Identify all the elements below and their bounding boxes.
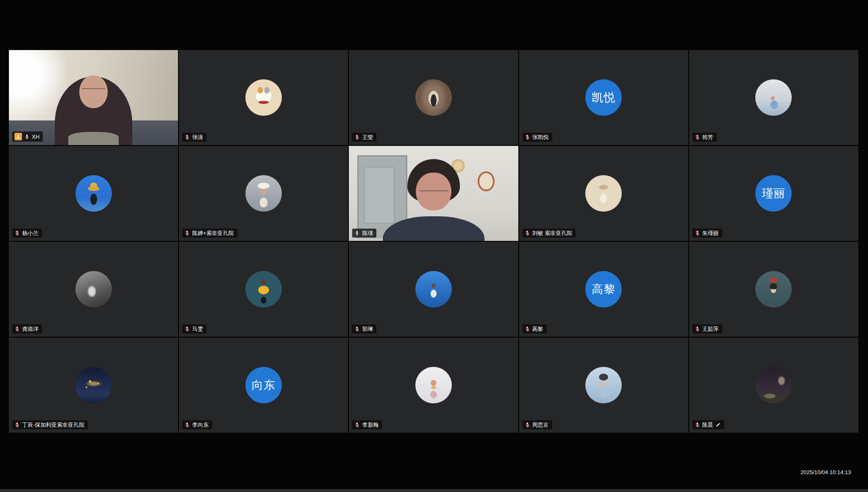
- avatar: [755, 271, 792, 308]
- door-panel: [364, 167, 395, 224]
- name-tag: 陈瑛: [352, 229, 376, 238]
- mic-muted-icon: [354, 326, 360, 332]
- participant-tile[interactable]: 向东李向东: [179, 338, 348, 433]
- name-tag: 朱瑾丽: [693, 229, 722, 238]
- avatar: [415, 367, 452, 403]
- mic-on-icon: [354, 230, 360, 236]
- mic-muted-icon: [695, 230, 700, 236]
- mic-muted-icon: [525, 422, 530, 428]
- mic-muted-icon: [184, 230, 190, 236]
- name-tag: 刘敏 索非亚孔院: [523, 229, 576, 238]
- name-tag: 龚添洋: [12, 324, 42, 333]
- participant-name: 陈瑛: [362, 230, 373, 236]
- avatar: [245, 79, 282, 116]
- rename-pencil-icon: [715, 422, 721, 428]
- mic-muted-icon: [525, 230, 530, 236]
- person-glasses: [419, 190, 448, 195]
- participant-name: 刘敏 索非亚孔院: [532, 230, 573, 236]
- participant-name: 高黎: [532, 326, 543, 332]
- mic-muted-icon: [695, 326, 700, 332]
- mic-muted-icon: [14, 230, 20, 236]
- mic-on-icon: [24, 134, 30, 140]
- participant-name: 陈婵+索非亚孔院: [192, 230, 234, 236]
- participant-name: 张凯悦: [532, 134, 549, 140]
- avatar: 向东: [245, 367, 282, 403]
- participant-name: 陈晨: [702, 422, 713, 428]
- participant-name: 张清: [192, 134, 203, 140]
- participant-name: XH: [32, 134, 39, 140]
- participant-name: 郭琳: [362, 326, 373, 332]
- name-tag: 李新梅: [352, 420, 382, 429]
- avatar-initials: 瑾丽: [762, 186, 785, 201]
- name-tag: 马雯: [182, 324, 206, 333]
- mic-muted-icon: [695, 134, 700, 140]
- participant-tile[interactable]: 王茹萍: [689, 242, 858, 337]
- name-tag: 陈婵+索非亚孔院: [182, 229, 237, 238]
- participant-tile[interactable]: 杨小兰: [9, 146, 178, 241]
- system-clock: 2025/10/04 10:14:13: [801, 469, 851, 475]
- participant-tile[interactable]: 陈晨: [689, 338, 858, 433]
- wall-clock: [478, 171, 495, 191]
- participant-tile[interactable]: 高黎高黎: [519, 242, 688, 337]
- mic-muted-icon: [14, 326, 20, 332]
- participant-name: 龚添洋: [22, 326, 39, 332]
- person-shirt: [68, 132, 119, 145]
- name-tag: 杨小兰: [12, 229, 42, 238]
- participant-tile[interactable]: XH: [9, 50, 178, 145]
- avatar-initials: 凯悦: [592, 90, 615, 105]
- participant-tile[interactable]: 陈婵+索非亚孔院: [179, 146, 348, 241]
- participant-tile[interactable]: 陈瑛: [349, 146, 518, 241]
- avatar: [75, 367, 112, 403]
- avatar: 瑾丽: [755, 175, 792, 212]
- participant-name: 朱瑾丽: [702, 230, 719, 236]
- participant-name: 王茹萍: [702, 326, 719, 332]
- participant-name: 丁辰-保加利亚索非亚孔院: [22, 422, 84, 428]
- video-preview: [349, 146, 518, 241]
- participant-tile[interactable]: 刘敏 索非亚孔院: [519, 146, 688, 241]
- video-preview: [9, 50, 178, 145]
- name-tag: 周思言: [523, 420, 552, 429]
- participant-tile[interactable]: 凯悦张凯悦: [519, 50, 688, 145]
- participant-tile[interactable]: 郭琳: [349, 242, 518, 337]
- participant-name: 王莹: [362, 134, 373, 140]
- avatar: [245, 271, 282, 308]
- person-glasses: [82, 88, 106, 93]
- name-tag: 陈晨: [693, 420, 724, 429]
- participant-tile[interactable]: 瑾丽朱瑾丽: [689, 146, 858, 241]
- avatar: [585, 367, 622, 403]
- participant-name: 周思言: [532, 422, 549, 428]
- participant-name: 马雯: [192, 326, 203, 332]
- participant-name: 李向东: [192, 422, 209, 428]
- name-tag: 李向东: [182, 420, 212, 429]
- mic-muted-icon: [695, 422, 700, 428]
- participant-tile[interactable]: 龚添洋: [9, 242, 178, 337]
- avatar: [755, 79, 792, 116]
- participant-tile[interactable]: 马雯: [179, 242, 348, 337]
- participant-tile[interactable]: 丁辰-保加利亚索非亚孔院: [9, 338, 178, 433]
- name-tag: XH: [12, 131, 43, 142]
- participant-tile[interactable]: 韩芳: [689, 50, 858, 145]
- avatar: [415, 271, 452, 308]
- avatar-initials: 高黎: [592, 282, 615, 297]
- name-tag: 王莹: [352, 133, 376, 142]
- bottom-edge-bar: [0, 489, 868, 492]
- name-tag: 张清: [182, 133, 206, 142]
- participant-name: 李新梅: [362, 422, 378, 428]
- participant-tile[interactable]: 张清: [179, 50, 348, 145]
- avatar: 高黎: [585, 271, 622, 308]
- mic-muted-icon: [525, 134, 530, 140]
- participant-tile[interactable]: 王莹: [349, 50, 518, 145]
- name-tag: 张凯悦: [523, 133, 552, 142]
- mic-muted-icon: [525, 326, 530, 332]
- participant-tile[interactable]: 周思言: [519, 338, 688, 433]
- participant-name: 韩芳: [702, 134, 713, 140]
- mic-muted-icon: [354, 134, 360, 140]
- name-tag: 韩芳: [693, 133, 717, 142]
- avatar: 凯悦: [585, 79, 622, 116]
- mic-muted-icon: [14, 422, 20, 428]
- avatar-initials: 向东: [252, 377, 275, 393]
- mic-muted-icon: [184, 326, 190, 332]
- name-tag: 郭琳: [352, 324, 376, 333]
- meeting-window: XH张清王莹凯悦张凯悦韩芳杨小兰陈婵+索非亚孔院陈瑛刘敏 索非亚孔院瑾丽朱瑾丽龚…: [0, 0, 868, 492]
- participant-tile[interactable]: 李新梅: [349, 338, 518, 433]
